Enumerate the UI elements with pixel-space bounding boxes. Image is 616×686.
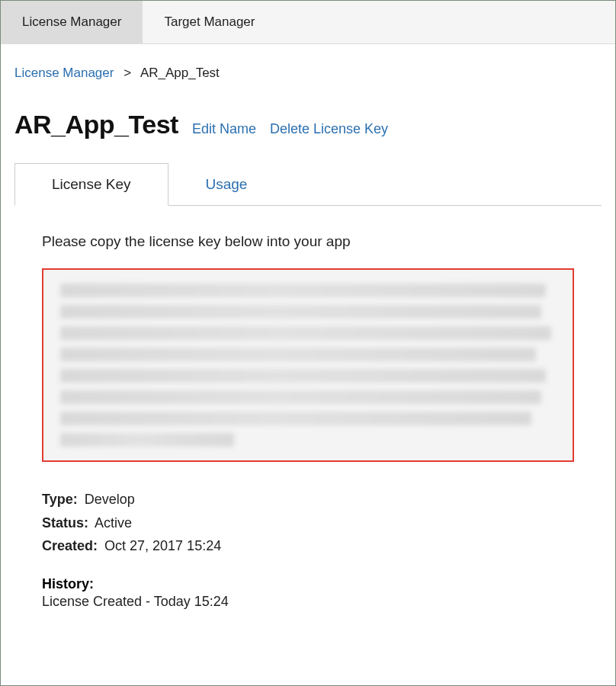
history-entry: License Created - Today 15:24 (42, 594, 574, 610)
license-key-text-blurred (60, 284, 546, 297)
instruction-text: Please copy the license key below into y… (42, 233, 574, 250)
edit-name-link[interactable]: Edit Name (192, 121, 256, 137)
license-key-text-blurred (60, 390, 541, 404)
tab-license-key[interactable]: License Key (14, 163, 168, 206)
license-key-text-blurred (60, 412, 531, 425)
breadcrumb: License Manager > AR_App_Test (14, 66, 602, 81)
license-key-text-blurred (60, 433, 234, 447)
meta-created-row: Created: Oct 27, 2017 15:24 (42, 534, 574, 558)
license-key-text-blurred (60, 305, 541, 319)
page-title: AR_App_Test (14, 110, 178, 139)
tab-target-manager[interactable]: Target Manager (143, 1, 276, 43)
type-value: Develop (85, 492, 135, 507)
meta-type-row: Type: Develop (42, 488, 574, 511)
title-row: AR_App_Test Edit Name Delete License Key (14, 110, 602, 139)
license-key-text-blurred (60, 348, 536, 361)
delete-license-link[interactable]: Delete License Key (270, 121, 388, 137)
tab-usage[interactable]: Usage (168, 163, 285, 206)
created-label: Created: (42, 538, 98, 553)
history-label: History: (42, 576, 574, 592)
status-value: Active (95, 515, 132, 531)
app-container: License Manager Target Manager License M… (0, 0, 616, 686)
breadcrumb-separator: > (124, 66, 131, 80)
created-value: Oct 27, 2017 15:24 (104, 538, 221, 553)
breadcrumb-root-link[interactable]: License Manager (14, 66, 114, 80)
breadcrumb-current: AR_App_Test (140, 66, 220, 80)
history-block: History: License Created - Today 15:24 (42, 576, 574, 610)
inner-tabs: License Key Usage (14, 162, 602, 206)
content-area: License Manager > AR_App_Test AR_App_Tes… (1, 66, 615, 633)
type-label: Type: (42, 492, 78, 507)
license-key-box[interactable] (42, 268, 574, 462)
tab-license-manager[interactable]: License Manager (1, 1, 143, 43)
status-label: Status: (42, 515, 88, 531)
top-tabs: License Manager Target Manager (1, 1, 615, 44)
license-key-text-blurred (60, 369, 546, 383)
license-key-text-blurred (60, 326, 551, 340)
license-key-panel: Please copy the license key below into y… (14, 206, 602, 617)
meta-status-row: Status: Active (42, 511, 574, 535)
